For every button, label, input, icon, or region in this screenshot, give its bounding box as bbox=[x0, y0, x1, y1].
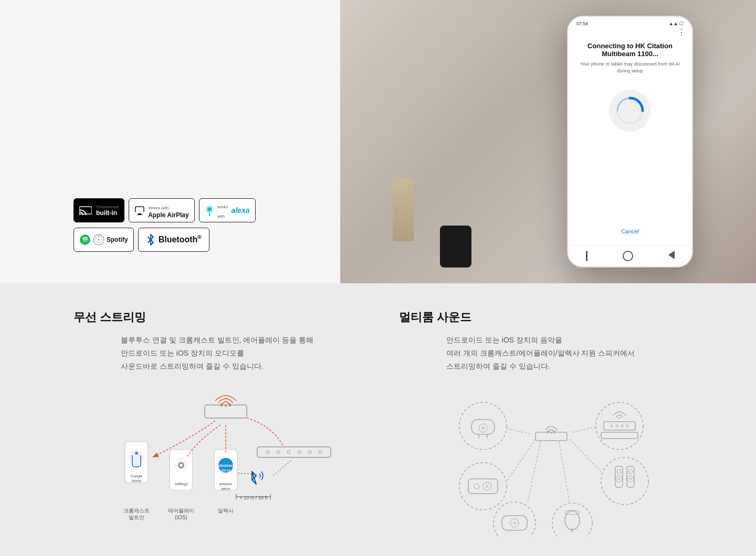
svg-marker-2 bbox=[136, 213, 143, 215]
phone-spinner bbox=[614, 95, 646, 126]
spotify-badge: Spotify bbox=[74, 228, 134, 252]
phone-cancel-button[interactable]: Cancel bbox=[621, 228, 639, 234]
svg-line-87 bbox=[572, 427, 596, 432]
svg-text:< 10 m / 33 ft: < 10 m / 33 ft bbox=[240, 495, 268, 500]
phone-connecting-desc: Your phone or tablet may disconnect from… bbox=[579, 61, 681, 74]
svg-point-7 bbox=[80, 234, 90, 245]
phone-menu-dots: ⋮ bbox=[568, 28, 692, 37]
svg-point-5 bbox=[208, 208, 211, 211]
phone-nav-home bbox=[623, 251, 633, 261]
svg-point-20 bbox=[287, 451, 290, 454]
svg-line-41 bbox=[273, 460, 291, 476]
speaker-circle-1 bbox=[459, 402, 507, 450]
svg-point-75 bbox=[618, 477, 621, 480]
svg-text:Home: Home bbox=[132, 479, 142, 483]
svg-point-22 bbox=[308, 451, 311, 454]
top-left-panel: Chromecast built-in Works with Apple Air… bbox=[0, 0, 340, 283]
phone-alexa: amazon alexa amazon alexa bbox=[214, 450, 237, 490]
phone-spinner-area bbox=[609, 90, 651, 132]
badge-row-1: Chromecast built-in Works with Apple Air… bbox=[74, 198, 340, 222]
svg-point-64 bbox=[616, 425, 618, 427]
wireless-streaming-diagram: Google Home Settings amazon bbox=[89, 389, 373, 536]
multiroom-panel: 멀티룸 사운드 안드로이드 또는 iOS 장치의 음악을 여러 개의 크롬캐스트… bbox=[378, 309, 756, 536]
svg-rect-6 bbox=[209, 213, 210, 216]
multiroom-title: 멀티룸 사운드 bbox=[399, 309, 724, 325]
svg-point-10 bbox=[98, 239, 100, 241]
svg-point-65 bbox=[621, 425, 623, 427]
speaker-circle-2 bbox=[596, 402, 643, 450]
svg-rect-67 bbox=[601, 432, 638, 439]
svg-text:크롬캐스트: 크롬캐스트 bbox=[123, 508, 150, 514]
phone-chromecast: Google Home bbox=[125, 442, 148, 483]
airplay-badge: Works with Apple AirPlay bbox=[129, 198, 195, 222]
phone-connecting-title: Connecting to HK Citation Multibeam 1100… bbox=[579, 42, 681, 58]
svg-point-82 bbox=[513, 521, 516, 525]
svg-point-32 bbox=[180, 464, 183, 467]
bottom-section: 무선 스트리밍 블루투스 연결 및 크롬캐스트 빌트인, 에어플레이 등을 통해… bbox=[0, 283, 756, 556]
phone-mockup: 07:56 ▲▲ ☐ ⋮ Connecting to HK Citation M… bbox=[567, 16, 693, 268]
svg-point-18 bbox=[266, 451, 269, 454]
svg-rect-85 bbox=[571, 528, 573, 532]
multiroom-svg bbox=[446, 389, 677, 536]
center-router bbox=[536, 426, 567, 441]
phone-nav-recent bbox=[586, 251, 587, 261]
chromecast-icon bbox=[79, 206, 92, 215]
svg-line-90 bbox=[528, 442, 541, 502]
svg-point-23 bbox=[319, 451, 322, 454]
phone-content: Connecting to HK Citation Multibeam 1100… bbox=[568, 37, 692, 245]
router-device bbox=[205, 395, 247, 418]
svg-text:alexa: alexa bbox=[222, 487, 230, 490]
svg-text:alexa: alexa bbox=[222, 468, 230, 472]
wireless-streaming-title: 무선 스트리밍 bbox=[74, 309, 346, 325]
badge-row-2: Spotify Bluetooth® bbox=[74, 228, 340, 252]
svg-text:에어플레이: 에어플레이 bbox=[168, 508, 194, 514]
svg-text:빌트인: 빌트인 bbox=[129, 515, 144, 520]
svg-text:알렉사: 알렉사 bbox=[218, 508, 234, 514]
svg-point-79 bbox=[629, 477, 632, 480]
soundbar-device bbox=[257, 447, 331, 457]
svg-text:(iOS): (iOS) bbox=[175, 515, 187, 520]
wireless-diagram-svg: Google Home Settings amazon bbox=[89, 389, 373, 536]
svg-point-73 bbox=[617, 469, 621, 474]
svg-rect-17 bbox=[257, 447, 331, 457]
svg-point-11 bbox=[98, 236, 100, 237]
svg-text:amazon: amazon bbox=[218, 463, 234, 468]
svg-point-58 bbox=[481, 426, 485, 430]
chromecast-label: Chromecast built-in bbox=[96, 205, 119, 217]
svg-text:Settings: Settings bbox=[174, 482, 188, 486]
multiroom-desc: 안드로이드 또는 iOS 장치의 음악을 여러 개의 크롬캐스트/에어플레이/알… bbox=[446, 334, 724, 373]
alexa-badge: workswith alexa bbox=[199, 198, 256, 222]
svg-point-71 bbox=[486, 485, 489, 488]
svg-point-16 bbox=[225, 405, 227, 407]
bluetooth-badge: Bluetooth® bbox=[138, 228, 209, 252]
alexa-icon bbox=[205, 205, 214, 216]
spotify-icon bbox=[79, 234, 91, 245]
multiroom-diagram bbox=[446, 389, 677, 536]
phone-nav-back bbox=[668, 251, 675, 259]
alexa-label: workswith bbox=[217, 201, 228, 220]
svg-point-63 bbox=[611, 425, 613, 427]
phone-signal: ▲▲ ☐ bbox=[669, 21, 684, 26]
svg-rect-13 bbox=[205, 405, 247, 418]
phone-nav-bar bbox=[568, 245, 692, 266]
top-right-panel: 07:56 ▲▲ ☐ ⋮ Connecting to HK Citation M… bbox=[340, 0, 756, 283]
svg-rect-62 bbox=[604, 422, 635, 430]
top-section: Chromecast built-in Works with Apple Air… bbox=[0, 0, 756, 283]
speaker-circle-4 bbox=[601, 457, 648, 505]
svg-point-26 bbox=[135, 452, 138, 455]
svg-line-88 bbox=[507, 439, 536, 481]
svg-point-61 bbox=[619, 417, 621, 419]
airplay-icon bbox=[134, 206, 145, 215]
speaker-decoration bbox=[440, 226, 471, 268]
phone-status-bar: 07:56 ▲▲ ☐ bbox=[568, 17, 692, 28]
chromecast-badge: Chromecast built-in bbox=[74, 198, 124, 222]
phone-airplay: Settings bbox=[170, 450, 193, 490]
bluetooth-connection bbox=[252, 472, 263, 484]
phone-time: 07:56 bbox=[576, 21, 589, 26]
speaker-icon bbox=[93, 234, 104, 245]
wireless-streaming-panel: 무선 스트리밍 블루투스 연결 및 크롬캐스트 빌트인, 에어플레이 등을 통해… bbox=[0, 309, 378, 536]
wireless-streaming-desc: 블루투스 연결 및 크롬캐스트 빌트인, 에어플레이 등을 통해 안드로이드 또… bbox=[121, 334, 346, 373]
svg-point-69 bbox=[474, 484, 479, 489]
vase-decoration bbox=[393, 178, 414, 241]
svg-point-66 bbox=[626, 425, 628, 427]
